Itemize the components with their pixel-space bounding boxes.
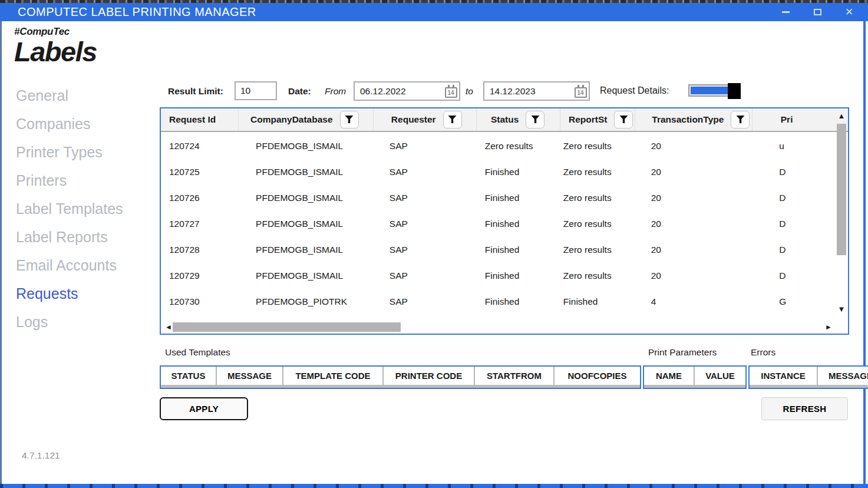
- minimize-icon[interactable]: [776, 5, 795, 20]
- cell-reportstatus: Zero results: [553, 271, 626, 281]
- scroll-right-icon[interactable]: ►: [824, 323, 833, 331]
- column-header-label: CompanyDatabase: [250, 114, 333, 125]
- cell-pri: D: [741, 193, 836, 203]
- calendar-day-number: 14: [576, 88, 586, 97]
- column-header-value[interactable]: VALUE: [695, 367, 745, 385]
- apply-button[interactable]: APPLY: [160, 397, 248, 420]
- cell-transactiontype: 20: [626, 141, 741, 151]
- column-header-label: Status: [491, 114, 519, 125]
- table-footer-strip: [750, 385, 868, 388]
- column-header-instance[interactable]: INSTANCE: [750, 367, 818, 385]
- sidebar-item-requests[interactable]: Requests: [16, 279, 151, 308]
- date-to-value: 14.12.2023: [484, 86, 572, 97]
- column-header-companydatabase[interactable]: CompanyDatabase: [239, 108, 374, 131]
- column-header-message[interactable]: MESSAGE: [818, 367, 868, 385]
- horizontal-scrollbar[interactable]: ◄ ►: [164, 322, 833, 332]
- slider-thumb[interactable]: [728, 83, 741, 99]
- cell-status: Finished: [471, 219, 553, 229]
- errors-header: INSTANCE MESSAGE: [750, 367, 868, 385]
- filter-icon[interactable]: [731, 111, 750, 128]
- cell-requester: SAP: [369, 141, 471, 151]
- logo-product-text: Labels: [14, 38, 97, 66]
- vertical-scrollbar[interactable]: ▲ ▼: [837, 112, 846, 314]
- filter-icon[interactable]: [614, 111, 633, 128]
- date-to-input[interactable]: 14.12.2023 14: [483, 81, 590, 101]
- table-row[interactable]: 120728 PFDEMOGB_ISMAIL SAP Finished Zero…: [161, 237, 836, 263]
- column-header-pri[interactable]: Pri: [753, 108, 848, 131]
- column-header-reportstatus[interactable]: ReportSt: [560, 108, 635, 131]
- scroll-down-icon[interactable]: ▼: [837, 305, 846, 314]
- sidebar-item-email-accounts[interactable]: Email Accounts: [16, 251, 151, 279]
- errors-label: Errors: [751, 347, 775, 358]
- window-left-border: [0, 21, 2, 488]
- date-to-label: to: [466, 86, 473, 97]
- minimize-bar-icon: [782, 11, 790, 13]
- column-header-status[interactable]: Status: [477, 108, 560, 131]
- column-header-startfrom[interactable]: STARTFROM: [475, 367, 555, 385]
- sidebar-item-logs[interactable]: Logs: [16, 308, 151, 336]
- cell-request-id: 120729: [161, 271, 237, 281]
- column-header-label: TransactionType: [652, 114, 724, 125]
- window-title: COMPUTEC LABEL PRINTING MANAGER: [18, 5, 256, 19]
- cell-companydatabase: PFDEMOGB_ISMAIL: [237, 271, 369, 281]
- scroll-left-icon[interactable]: ◄: [164, 323, 173, 331]
- filter-icon[interactable]: [443, 111, 462, 128]
- cell-companydatabase: PFDEMOGB_ISMAIL: [237, 167, 369, 177]
- sidebar-item-label-templates[interactable]: Label Templates: [16, 194, 151, 223]
- cell-status: Finished: [471, 167, 553, 177]
- cell-reportstatus: Finished: [553, 296, 626, 307]
- request-details-slider[interactable]: [688, 84, 738, 97]
- column-header-label: Pri: [781, 114, 793, 125]
- calendar-icon: 14: [575, 87, 587, 98]
- column-header-label: ReportSt: [569, 114, 607, 125]
- vertical-scroll-thumb[interactable]: [837, 124, 846, 255]
- column-header-printer-code[interactable]: PRINTER CODE: [384, 367, 475, 385]
- column-header-status[interactable]: STATUS: [161, 367, 217, 385]
- filter-icon[interactable]: [340, 111, 359, 128]
- column-header-noofcopies[interactable]: NOOFCOPIES: [555, 367, 640, 385]
- table-row[interactable]: 120726 PFDEMOGB_ISMAIL SAP Finished Zero…: [161, 185, 836, 211]
- close-icon[interactable]: ✕: [840, 5, 859, 20]
- filter-icon[interactable]: [526, 111, 544, 128]
- cell-reportstatus: Zero results: [553, 141, 626, 151]
- table-row[interactable]: 120727 PFDEMOGB_ISMAIL SAP Finished Zero…: [161, 211, 836, 237]
- column-header-request-id[interactable]: Request Id: [161, 108, 239, 131]
- cell-requester: SAP: [369, 219, 471, 229]
- horizontal-scroll-thumb[interactable]: [173, 322, 401, 332]
- column-header-template-code[interactable]: TEMPLATE CODE: [283, 367, 384, 385]
- sidebar-item-label-reports[interactable]: Label Reports: [16, 223, 151, 251]
- date-from-input[interactable]: 06.12.2022 14: [354, 81, 460, 101]
- result-limit-input[interactable]: [235, 81, 277, 100]
- requests-table-header: Request Id CompanyDatabase Requester Sta…: [161, 108, 848, 132]
- column-header-name[interactable]: NAME: [644, 367, 695, 385]
- table-row[interactable]: 120725 PFDEMOGB_ISMAIL SAP Finished Zero…: [161, 159, 836, 185]
- sidebar-item-printers[interactable]: Printers: [16, 166, 151, 194]
- sidebar-item-printer-types[interactable]: Printer Types: [16, 138, 151, 166]
- table-row[interactable]: 120724 PFDEMOGB_ISMAIL SAP Zero results …: [161, 133, 836, 159]
- sidebar-item-companies[interactable]: Companies: [16, 110, 151, 138]
- cell-reportstatus: Zero results: [553, 245, 626, 255]
- print-parameters-label: Print Parameters: [648, 347, 717, 358]
- table-row[interactable]: 120730 PFDEMOGB_PIOTRK SAP Finished Fini…: [161, 289, 836, 312]
- column-header-requester[interactable]: Requester: [374, 108, 477, 131]
- horizontal-scroll-track[interactable]: [173, 322, 824, 332]
- cell-pri: u: [741, 141, 836, 151]
- calendar-picker-button[interactable]: 14: [443, 83, 459, 99]
- vertical-scroll-track[interactable]: [837, 121, 846, 304]
- table-row[interactable]: 120729 PFDEMOGB_ISMAIL SAP Finished Zero…: [161, 263, 836, 289]
- window-right-border: [863, 21, 866, 484]
- sidebar-item-general[interactable]: General: [16, 81, 151, 110]
- table-footer-strip: [161, 385, 640, 388]
- calendar-pin-icon: [453, 85, 454, 88]
- maximize-icon[interactable]: [808, 5, 827, 20]
- scroll-up-icon[interactable]: ▲: [837, 112, 846, 120]
- column-header-transactiontype[interactable]: TransactionType: [635, 108, 752, 131]
- column-header-message[interactable]: MESSAGE: [217, 367, 283, 385]
- calendar-picker-button[interactable]: 14: [572, 83, 589, 99]
- cell-request-id: 120724: [161, 141, 237, 151]
- refresh-button[interactable]: REFRESH: [761, 397, 848, 420]
- cell-requester: SAP: [369, 193, 471, 203]
- app-logo: #CompuTec Labels: [14, 26, 97, 66]
- errors-table: INSTANCE MESSAGE: [748, 365, 868, 389]
- cell-pri: D: [741, 271, 836, 281]
